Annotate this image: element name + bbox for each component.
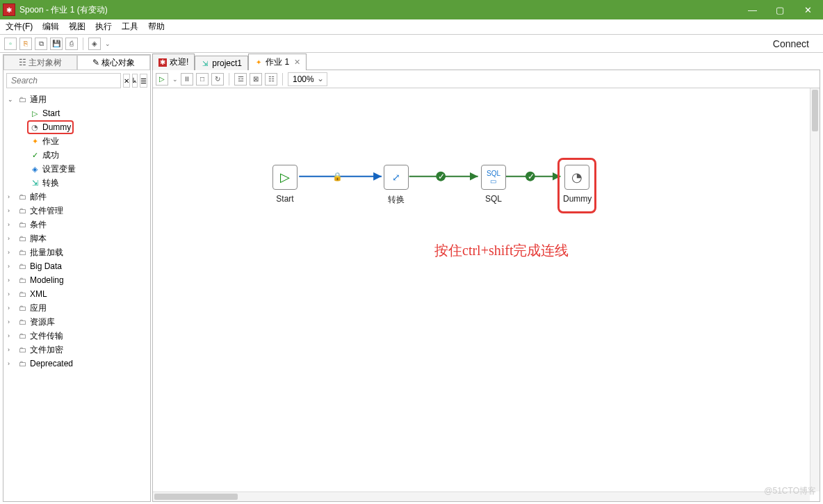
node-trans[interactable]: ⤢ 转换 (382, 165, 410, 206)
object-tree: ⌄🗀 通用 ▷Start ◔Dummy ✦作业 ✓成功 ◈设置变量 ⇲转换 (3, 91, 150, 501)
tree-folder[interactable]: ›🗀Deprecated (3, 357, 150, 371)
tree-folder[interactable]: ›🗀批量加载 (3, 245, 150, 259)
job-icon: ✦ (254, 58, 263, 67)
tree-folder[interactable]: ›🗀条件 (3, 218, 150, 231)
tree-folder[interactable]: ›🗀脚本 (3, 231, 150, 245)
perspective-button[interactable]: ◈ (88, 38, 101, 50)
tree-node-general[interactable]: ⌄🗀 通用 (3, 92, 150, 106)
zoom-select[interactable]: 100% (288, 72, 327, 86)
explore-button[interactable]: ⧉ (35, 38, 47, 50)
sidebar-tab-core-objects[interactable]: ✎ 核心对象 (77, 55, 151, 70)
pause-button[interactable]: ⏸ (181, 73, 193, 86)
app-icon: ✱ (3, 3, 15, 16)
tree-folder[interactable]: ›🗀文件管理 (3, 204, 150, 218)
save-button[interactable]: 💾 (50, 38, 63, 50)
tree-folder[interactable]: ›🗀文件加密 (3, 343, 150, 357)
window-title: Spoon - 作业 1 (有变动) (19, 4, 748, 16)
menu-help[interactable]: 帮助 (148, 21, 165, 33)
scrollbar-horizontal[interactable] (153, 491, 810, 501)
maximize-button[interactable]: ▢ (776, 5, 784, 15)
tree-folder[interactable]: ›🗀资源库 (3, 315, 150, 329)
connect-link[interactable]: Connect (773, 38, 809, 49)
job-canvas[interactable]: 🔒 ✓ ✓ ▷ Start ⤢ 转换 SQL▭ SQL (153, 88, 820, 501)
search-input[interactable] (6, 73, 121, 88)
sidebar: ☷ 主对象树 ✎ 核心对象 ✕ ᖾ ☰ ⌄🗀 通用 ▷Start (3, 54, 151, 502)
new-button[interactable]: ▫ (4, 38, 17, 50)
editor-tabs: ✱ 欢迎! ⇲ project1 ✦ 作业 1 ✕ (152, 54, 820, 70)
tree-folder[interactable]: ›🗀邮件 (3, 190, 150, 204)
annotation-text: 按住ctrl+shift完成连线 (434, 241, 569, 260)
expand-all-icon[interactable]: ᖾ (132, 74, 138, 88)
trans-icon: ⇲ (201, 59, 209, 67)
editor-area: ✱ 欢迎! ⇲ project1 ✦ 作业 1 ✕ ▷⌄ ⏸ □ ↻ ☲ ⊠ (152, 54, 820, 502)
tab-job1[interactable]: ✦ 作业 1 ✕ (248, 54, 307, 70)
tree-item-start[interactable]: ▷Start (3, 106, 150, 120)
node-start[interactable]: ▷ Start (271, 165, 299, 204)
tree-folder[interactable]: ›🗀文件传输 (3, 329, 150, 343)
minimize-button[interactable]: — (748, 5, 756, 15)
replay-button[interactable]: ↻ (211, 73, 224, 86)
db-button[interactable]: ☷ (265, 73, 277, 86)
canvas-toolbar: ▷⌄ ⏸ □ ↻ ☲ ⊠ ☷ 100% (153, 70, 820, 88)
svg-text:✓: ✓ (438, 172, 445, 181)
tree-folder[interactable]: ›🗀XML (3, 287, 150, 301)
clear-search-icon[interactable]: ✕ (123, 74, 130, 88)
tree-folder[interactable]: ›🗀Big Data (3, 259, 150, 273)
menu-tools[interactable]: 工具 (122, 21, 138, 33)
tree-item-setvar[interactable]: ◈设置变量 (3, 162, 150, 176)
tree-folder[interactable]: ›🗀应用 (3, 301, 150, 315)
close-button[interactable]: ✕ (804, 5, 812, 15)
svg-point-6 (525, 172, 535, 181)
tree-item-trans[interactable]: ⇲转换 (3, 176, 150, 190)
run-button[interactable]: ▷ (156, 73, 168, 86)
tree-folder[interactable]: ›🗀Modeling (3, 273, 150, 287)
sql-button[interactable]: ☲ (234, 73, 247, 86)
menu-view[interactable]: 视图 (69, 21, 85, 33)
svg-text:🔒: 🔒 (332, 171, 343, 181)
scrollbar-vertical[interactable] (810, 88, 820, 491)
svg-point-3 (436, 172, 446, 181)
open-button[interactable]: ⎘ (19, 38, 32, 50)
tree-item-success[interactable]: ✓成功 (3, 148, 150, 162)
tab-welcome[interactable]: ✱ 欢迎! (152, 54, 195, 70)
pencil-icon: ✎ (92, 58, 99, 67)
impact-button[interactable]: ⊠ (250, 73, 262, 86)
sidebar-tab-main-tree[interactable]: ☷ 主对象树 (3, 55, 77, 70)
tree-icon: ☷ (19, 58, 26, 67)
tab-project1[interactable]: ⇲ project1 (195, 56, 248, 70)
collapse-all-icon[interactable]: ☰ (140, 74, 147, 88)
welcome-icon: ✱ (158, 58, 167, 67)
close-tab-icon[interactable]: ✕ (294, 58, 300, 67)
tree-item-job[interactable]: ✦作业 (3, 134, 150, 148)
saveas-button[interactable]: ⎙ (65, 38, 78, 50)
menu-edit[interactable]: 编辑 (42, 21, 59, 33)
menubar: 文件(F) 编辑 视图 执行 工具 帮助 (0, 19, 823, 35)
titlebar: ✱ Spoon - 作业 1 (有变动) — ▢ ✕ (0, 0, 823, 19)
node-sql[interactable]: SQL▭ SQL (480, 165, 507, 204)
watermark: @51CTO博客 (764, 485, 816, 497)
menu-file[interactable]: 文件(F) (6, 21, 33, 33)
menu-run[interactable]: 执行 (95, 21, 112, 33)
main-toolbar: ▫ ⎘ ⧉ 💾 ⎙ ◈⌄ Connect (0, 35, 823, 53)
stop-button[interactable]: □ (196, 73, 209, 86)
node-dummy[interactable]: ◔ Dummy (563, 165, 591, 204)
svg-text:✓: ✓ (528, 172, 535, 181)
tree-item-dummy[interactable]: ◔Dummy (3, 120, 150, 134)
